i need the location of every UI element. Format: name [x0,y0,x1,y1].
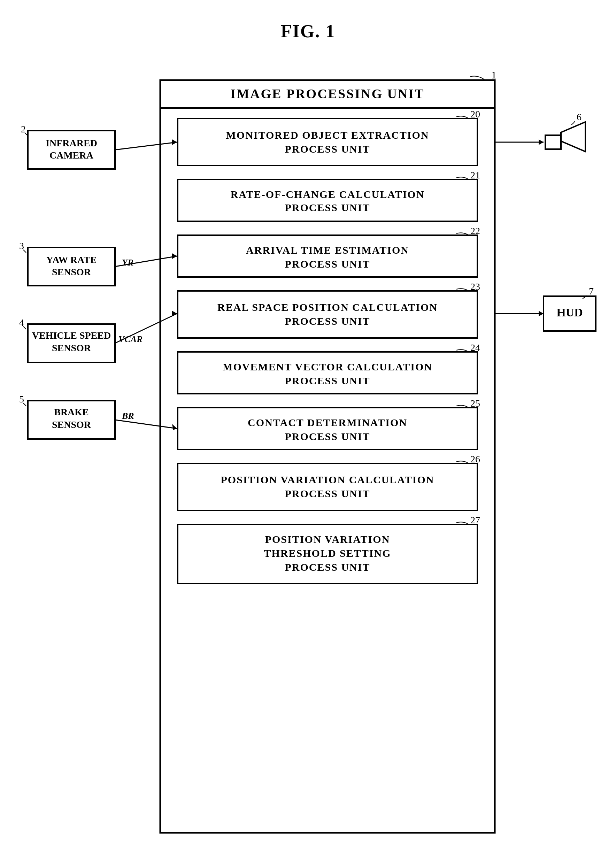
svg-text:MONITORED OBJECT EXTRACTION: MONITORED OBJECT EXTRACTION [226,129,429,141]
svg-text:YAW RATE: YAW RATE [46,254,97,265]
svg-text:MOVEMENT VECTOR CALCULATION: MOVEMENT VECTOR CALCULATION [223,361,432,372]
svg-text:2: 2 [21,124,26,134]
svg-text:HUD: HUD [557,306,583,319]
svg-marker-67 [561,122,586,152]
svg-text:PROCESS UNIT: PROCESS UNIT [285,375,371,386]
svg-text:BRAKE: BRAKE [54,407,89,418]
svg-text:1: 1 [491,69,497,81]
svg-line-55 [115,314,177,343]
svg-text:22: 22 [470,226,480,236]
svg-text:YR: YR [122,258,133,268]
svg-rect-12 [178,235,477,277]
svg-text:7: 7 [589,286,594,296]
svg-text:POSITION VARIATION: POSITION VARIATION [265,534,390,545]
svg-text:24: 24 [470,342,480,353]
svg-text:20: 20 [470,109,480,119]
svg-text:INFRARED: INFRARED [46,138,97,148]
svg-text:25: 25 [470,398,480,409]
svg-text:PROCESS UNIT: PROCESS UNIT [285,315,371,327]
svg-rect-20 [178,352,477,394]
svg-marker-56 [172,311,177,316]
svg-text:4: 4 [19,317,24,328]
svg-text:PROCESS UNIT: PROCESS UNIT [285,202,371,213]
diagram-svg: IMAGE PROCESSING UNIT 1 MONITORED OBJECT… [0,45,616,847]
svg-text:CONTACT DETERMINATION: CONTACT DETERMINATION [248,417,407,428]
svg-marker-70 [539,311,544,316]
svg-text:6: 6 [576,111,581,122]
svg-line-62 [115,420,177,429]
svg-marker-63 [172,424,177,430]
svg-text:21: 21 [470,170,480,180]
svg-rect-66 [545,135,561,149]
svg-text:5: 5 [19,394,24,404]
diagram-container: IMAGE PROCESSING UNIT 1 MONITORED OBJECT… [0,45,616,847]
svg-marker-42 [172,139,177,145]
svg-text:PROCESS UNIT: PROCESS UNIT [285,561,371,573]
svg-rect-4 [178,119,477,166]
svg-text:POSITION VARIATION CALCULATION: POSITION VARIATION CALCULATION [221,474,435,485]
svg-rect-24 [178,408,477,450]
svg-text:27: 27 [470,515,480,525]
svg-text:SENSOR: SENSOR [52,267,91,278]
svg-text:3: 3 [19,240,24,251]
svg-text:THRESHOLD SETTING: THRESHOLD SETTING [264,547,391,559]
svg-text:PROCESS UNIT: PROCESS UNIT [285,488,371,499]
svg-text:IMAGE PROCESSING UNIT: IMAGE PROCESSING UNIT [230,86,424,101]
svg-text:23: 23 [470,281,480,292]
page-title: FIG. 1 [0,0,616,41]
svg-text:SENSOR: SENSOR [52,343,91,353]
svg-marker-65 [539,139,544,145]
svg-line-41 [115,142,177,150]
svg-text:ARRIVAL TIME ESTIMATION: ARRIVAL TIME ESTIMATION [246,244,409,256]
svg-text:CAMERA: CAMERA [49,150,94,161]
svg-text:VEHICLE SPEED: VEHICLE SPEED [32,330,111,341]
svg-text:BR: BR [122,411,134,421]
svg-rect-28 [178,464,477,511]
svg-text:REAL SPACE POSITION CALCULATIO: REAL SPACE POSITION CALCULATION [217,301,438,313]
svg-rect-16 [178,291,477,338]
svg-text:SENSOR: SENSOR [52,419,91,430]
svg-text:PROCESS UNIT: PROCESS UNIT [285,143,371,155]
svg-marker-49 [172,253,177,259]
svg-text:PROCESS UNIT: PROCESS UNIT [285,258,371,270]
svg-rect-8 [178,180,477,221]
svg-text:26: 26 [470,454,480,464]
svg-text:RATE-OF-CHANGE CALCULATION: RATE-OF-CHANGE CALCULATION [231,189,425,200]
svg-text:PROCESS UNIT: PROCESS UNIT [285,431,371,442]
